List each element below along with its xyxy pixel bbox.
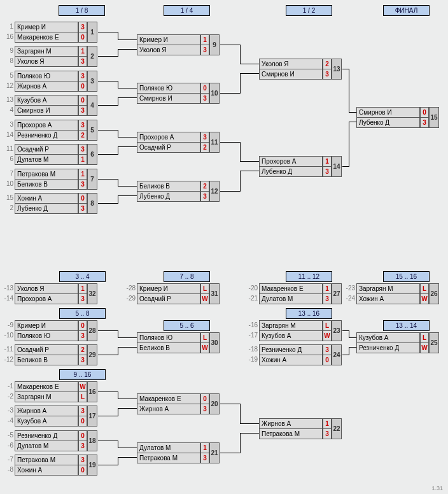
score: 2 (78, 344, 87, 355)
player-name: Кример И (15, 22, 78, 32)
round-header: 11 .. 12 (286, 271, 332, 282)
player-name: Беликов В (137, 181, 200, 192)
score: W (200, 342, 209, 353)
match-number: 25 (429, 332, 439, 353)
player-name: Макаренков Е (137, 393, 200, 404)
seed-number: -16 (248, 320, 258, 330)
score: L (420, 332, 429, 343)
player-name: Беликов В (15, 179, 78, 190)
score: 3 (78, 120, 87, 131)
bracket-line (240, 171, 241, 192)
seed-number: 3 (3, 120, 13, 130)
player-name: Уколов Я (15, 283, 78, 294)
score: 3 (323, 69, 332, 80)
player-name: Жирнов А (259, 418, 323, 429)
player-name: Уколов Я (137, 45, 200, 55)
match-number: 13 (332, 59, 342, 80)
round-header: 5 .. 6 (164, 320, 210, 331)
seed-number: 2 (3, 203, 13, 213)
score: 2 (78, 130, 87, 141)
bracket-line (118, 137, 137, 138)
version-label: 1.31 (431, 485, 443, 491)
score: 3 (200, 93, 209, 104)
score: 3 (78, 22, 87, 32)
score: 0 (78, 81, 87, 92)
round-header: 5 .. 8 (59, 308, 106, 319)
round-header: 1 / 8 (59, 5, 105, 16)
player-name: Лубенко Д (259, 166, 323, 177)
player-name: Дулатов М (137, 442, 200, 453)
match-number: 19 (87, 455, 97, 476)
match-number: 8 (87, 193, 97, 214)
seed-number: 8 (3, 56, 13, 66)
match-number: 29 (87, 344, 97, 365)
round-header: 15 .. 16 (383, 271, 430, 282)
bracket-line (98, 154, 118, 155)
match-number: 4 (87, 95, 97, 116)
bracket-line (240, 142, 241, 161)
round-header: 13 .. 14 (383, 320, 430, 331)
bracket-line (98, 56, 118, 57)
seed-number: -12 (3, 355, 13, 365)
bracket-line (98, 179, 118, 180)
seed-number: -11 (3, 344, 13, 355)
seed-number: 16 (3, 32, 13, 42)
seed-number: -18 (248, 344, 258, 355)
bracket-line (118, 146, 137, 147)
player-name: Макаренков Е (259, 283, 323, 294)
score: 1 (78, 169, 87, 180)
score: 3 (78, 105, 87, 116)
score: L (200, 332, 209, 343)
bracket-line (118, 39, 137, 40)
score: W (200, 293, 209, 304)
score: 3 (78, 455, 87, 465)
score: 1 (78, 46, 87, 57)
bracket-line (240, 423, 259, 424)
score: 3 (78, 203, 87, 214)
score: L (78, 392, 87, 402)
bracket-line (118, 337, 137, 338)
seed-number: -19 (248, 355, 258, 365)
bracket-line (118, 49, 137, 50)
bracket-line (98, 465, 118, 465)
seed-number: 4 (3, 105, 13, 115)
score: 0 (420, 107, 429, 118)
player-name: Уколов Я (15, 56, 78, 67)
bracket-line (220, 142, 240, 143)
bracket-line (240, 161, 259, 162)
seed-number: -24 (345, 293, 355, 304)
seed-number: -13 (3, 283, 13, 293)
score: 3 (78, 56, 87, 67)
score: L (420, 283, 429, 294)
score: L (200, 283, 209, 294)
bracket-line (98, 105, 118, 106)
bracket-line (240, 171, 259, 171)
seed-number: 11 (3, 144, 13, 154)
player-name: Смирнов И (356, 107, 420, 118)
round-header: 9 .. 16 (59, 369, 106, 380)
seed-number: 13 (3, 95, 13, 105)
score: W (420, 293, 429, 304)
player-name: Хожин А (15, 465, 78, 476)
player-name: Заргарян М (15, 46, 78, 57)
score: 3 (200, 45, 209, 55)
match-number: 1 (87, 22, 97, 43)
bracket-line (349, 347, 349, 355)
player-name: Дулатов М (15, 154, 78, 165)
bracket-line (220, 453, 240, 453)
player-name: Поляков Ю (15, 71, 78, 81)
seed-number: -29 (125, 293, 136, 304)
match-number: 24 (332, 344, 342, 365)
bracket-line (98, 203, 118, 204)
round-header: 13 .. 16 (286, 308, 332, 319)
score: 1 (323, 283, 332, 294)
seed-number: 12 (3, 81, 13, 91)
score: 3 (78, 179, 87, 190)
seed-number: 10 (3, 179, 13, 189)
seed-number: -21 (248, 293, 258, 304)
bracket-line (240, 433, 259, 434)
player-name: Уколов Я (259, 59, 323, 69)
bracket-line (118, 347, 118, 355)
player-name: Кример И (137, 34, 200, 45)
player-name: Жирнов А (137, 404, 200, 414)
